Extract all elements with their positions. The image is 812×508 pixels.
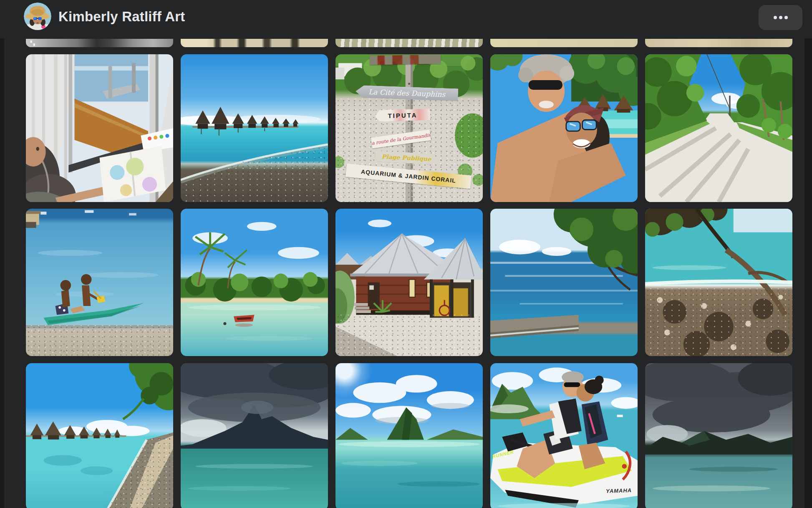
photo-gallery-page: Kimberly Ratliff Art bbox=[0, 0, 812, 508]
photo-illustration bbox=[26, 363, 173, 508]
photo-thumbnail-storm-sea[interactable] bbox=[645, 363, 792, 508]
sign-plank-faded bbox=[370, 55, 441, 65]
photo-illustration bbox=[490, 209, 638, 356]
photo-thumbnail-partial[interactable] bbox=[181, 39, 328, 47]
photo-illustration bbox=[490, 54, 638, 202]
photo-thumbnail-driftwood-shore[interactable] bbox=[645, 209, 792, 356]
photo-illustration bbox=[490, 363, 638, 508]
photo-illustration bbox=[26, 54, 173, 202]
photo-thumbnail-tree-over-ocean[interactable] bbox=[490, 209, 638, 356]
photo-illustration bbox=[181, 363, 328, 508]
sign-label: Plage Publique bbox=[381, 153, 431, 162]
more-options-button[interactable] bbox=[759, 5, 802, 30]
photo-thumbnail-wooden-houses[interactable] bbox=[335, 209, 483, 356]
photo-thumbnail-kids-canoe[interactable] bbox=[26, 209, 173, 356]
photo-thumbnail-partial[interactable] bbox=[26, 39, 173, 47]
photo-thumbnail-island-panorama[interactable] bbox=[335, 363, 483, 508]
photo-thumbnail-jetski-couple[interactable]: YAMAHA RUNNER bbox=[490, 363, 638, 508]
photo-thumbnail-partial[interactable] bbox=[335, 39, 483, 47]
ellipsis-icon bbox=[774, 16, 788, 19]
photo-illustration bbox=[181, 209, 328, 356]
photo-illustration bbox=[645, 363, 792, 508]
profile-avatar[interactable] bbox=[24, 3, 51, 30]
photo-thumbnail-storm-mountain[interactable] bbox=[181, 363, 328, 508]
photo-illustration bbox=[26, 39, 173, 47]
sign-label: La Cité des Dauphins bbox=[368, 88, 446, 99]
photo-illustration bbox=[645, 54, 792, 202]
photo-thumbnail-partial[interactable] bbox=[645, 39, 792, 47]
photo-illustration bbox=[335, 209, 483, 356]
photo-thumbnail-partial[interactable] bbox=[490, 39, 638, 47]
profile-header: Kimberly Ratliff Art bbox=[0, 0, 812, 38]
photo-illustration bbox=[335, 363, 483, 508]
photo-thumbnail-sketchbook-selfie[interactable] bbox=[26, 54, 173, 202]
photo-thumbnail-palm-road[interactable] bbox=[645, 54, 792, 202]
sign-tiputa: TIPUTA bbox=[375, 109, 431, 121]
photo-thumbnail-signpost[interactable]: La Cité des Dauphins TIPUTA La route de … bbox=[335, 54, 483, 202]
photo-thumbnail-bungalow-beach[interactable] bbox=[26, 363, 173, 508]
page-title: Kimberly Ratliff Art bbox=[58, 0, 185, 33]
photo-illustration bbox=[26, 209, 173, 356]
avatar-portrait-icon bbox=[24, 3, 51, 30]
page-gutter-right bbox=[804, 38, 812, 508]
photo-thumbnail-couple-selfie[interactable] bbox=[490, 54, 638, 202]
photo-thumbnail-lagoon-boat[interactable] bbox=[181, 209, 328, 356]
yamaha-logo-text: YAMAHA bbox=[606, 487, 632, 494]
photo-illustration bbox=[181, 54, 328, 202]
photo-illustration bbox=[645, 209, 792, 356]
page-gutter-left bbox=[0, 38, 4, 508]
photo-thumbnail-bungalow-pier[interactable] bbox=[181, 54, 328, 202]
sign-label: TIPUTA bbox=[388, 111, 417, 119]
